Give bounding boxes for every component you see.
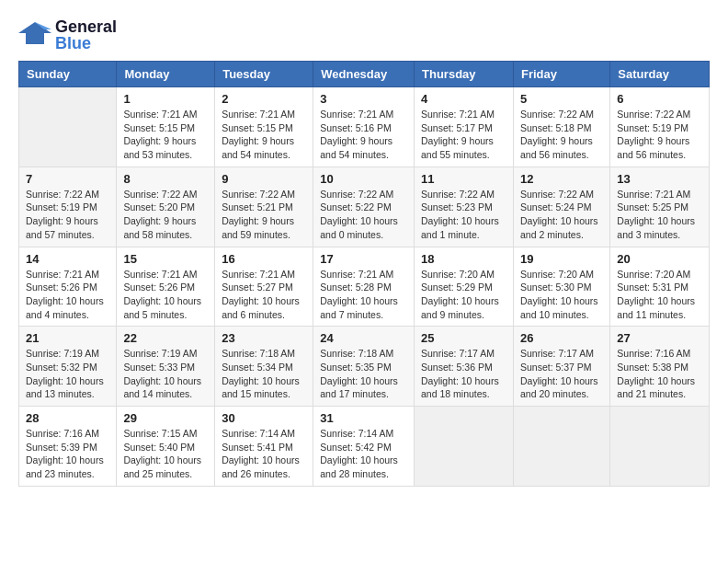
- day-number: 14: [26, 252, 109, 266]
- calendar-week-row: 14Sunrise: 7:21 AMSunset: 5:26 PMDayligh…: [19, 247, 710, 327]
- day-info: Sunrise: 7:22 AMSunset: 5:19 PMDaylight:…: [26, 188, 109, 242]
- day-number: 31: [320, 411, 407, 425]
- calendar-day-cell: 18Sunrise: 7:20 AMSunset: 5:29 PMDayligh…: [415, 247, 514, 327]
- calendar-day-cell: [415, 407, 514, 487]
- day-of-week-header: Thursday: [415, 62, 514, 87]
- calendar-day-cell: 3Sunrise: 7:21 AMSunset: 5:16 PMDaylight…: [313, 87, 415, 167]
- day-info: Sunrise: 7:22 AMSunset: 5:21 PMDaylight:…: [222, 188, 306, 242]
- calendar-week-row: 28Sunrise: 7:16 AMSunset: 5:39 PMDayligh…: [19, 407, 710, 487]
- day-info: Sunrise: 7:21 AMSunset: 5:17 PMDaylight:…: [421, 108, 506, 162]
- day-number: 7: [26, 172, 109, 186]
- calendar-week-row: 21Sunrise: 7:19 AMSunset: 5:32 PMDayligh…: [19, 327, 710, 407]
- day-number: 13: [617, 172, 702, 186]
- day-info: Sunrise: 7:21 AMSunset: 5:16 PMDaylight:…: [320, 108, 407, 162]
- day-number: 19: [520, 252, 603, 266]
- calendar-day-cell: 20Sunrise: 7:20 AMSunset: 5:31 PMDayligh…: [610, 247, 710, 327]
- calendar-day-cell: [513, 407, 609, 487]
- page-header: General Blue: [18, 18, 710, 52]
- logo: General Blue: [18, 18, 117, 52]
- calendar-day-cell: 5Sunrise: 7:22 AMSunset: 5:18 PMDaylight…: [513, 87, 609, 167]
- day-info: Sunrise: 7:16 AMSunset: 5:38 PMDaylight:…: [617, 347, 702, 401]
- day-info: Sunrise: 7:16 AMSunset: 5:39 PMDaylight:…: [26, 427, 109, 481]
- calendar-day-cell: 15Sunrise: 7:21 AMSunset: 5:26 PMDayligh…: [117, 247, 215, 327]
- calendar-day-cell: 31Sunrise: 7:14 AMSunset: 5:42 PMDayligh…: [313, 407, 415, 487]
- day-info: Sunrise: 7:21 AMSunset: 5:28 PMDaylight:…: [320, 268, 407, 322]
- day-info: Sunrise: 7:20 AMSunset: 5:29 PMDaylight:…: [421, 268, 506, 322]
- day-info: Sunrise: 7:20 AMSunset: 5:30 PMDaylight:…: [520, 268, 603, 322]
- calendar-day-cell: 4Sunrise: 7:21 AMSunset: 5:17 PMDaylight…: [415, 87, 514, 167]
- day-of-week-header: Sunday: [19, 62, 117, 87]
- day-number: 29: [123, 411, 208, 425]
- day-info: Sunrise: 7:17 AMSunset: 5:37 PMDaylight:…: [520, 347, 603, 401]
- svg-marker-0: [18, 22, 51, 44]
- calendar-day-cell: 13Sunrise: 7:21 AMSunset: 5:25 PMDayligh…: [610, 167, 710, 247]
- calendar-day-cell: 11Sunrise: 7:22 AMSunset: 5:23 PMDayligh…: [415, 167, 514, 247]
- day-number: 24: [320, 331, 407, 345]
- calendar-day-cell: 16Sunrise: 7:21 AMSunset: 5:27 PMDayligh…: [215, 247, 313, 327]
- logo-blue: Blue: [55, 35, 117, 52]
- day-number: 5: [520, 92, 603, 106]
- day-number: 4: [421, 92, 506, 106]
- day-number: 22: [123, 331, 208, 345]
- day-of-week-header: Wednesday: [313, 62, 415, 87]
- day-info: Sunrise: 7:21 AMSunset: 5:27 PMDaylight:…: [222, 268, 306, 322]
- day-number: 26: [520, 331, 603, 345]
- day-number: 9: [222, 172, 306, 186]
- calendar-day-cell: 17Sunrise: 7:21 AMSunset: 5:28 PMDayligh…: [313, 247, 415, 327]
- logo-general: General: [55, 18, 117, 35]
- calendar-day-cell: 22Sunrise: 7:19 AMSunset: 5:33 PMDayligh…: [117, 327, 215, 407]
- day-of-week-header: Friday: [513, 62, 609, 87]
- day-number: 1: [123, 92, 208, 106]
- calendar-day-cell: 23Sunrise: 7:18 AMSunset: 5:34 PMDayligh…: [215, 327, 313, 407]
- day-number: 18: [421, 252, 506, 266]
- day-of-week-header: Tuesday: [215, 62, 313, 87]
- day-number: 6: [617, 92, 702, 106]
- day-info: Sunrise: 7:21 AMSunset: 5:26 PMDaylight:…: [123, 268, 208, 322]
- calendar-week-row: 1Sunrise: 7:21 AMSunset: 5:15 PMDaylight…: [19, 87, 710, 167]
- day-info: Sunrise: 7:22 AMSunset: 5:23 PMDaylight:…: [421, 188, 506, 242]
- calendar-header-row: SundayMondayTuesdayWednesdayThursdayFrid…: [19, 62, 710, 87]
- day-number: 8: [123, 172, 208, 186]
- calendar-day-cell: 30Sunrise: 7:14 AMSunset: 5:41 PMDayligh…: [215, 407, 313, 487]
- calendar-day-cell: 24Sunrise: 7:18 AMSunset: 5:35 PMDayligh…: [313, 327, 415, 407]
- day-info: Sunrise: 7:22 AMSunset: 5:19 PMDaylight:…: [617, 108, 702, 162]
- day-number: 16: [222, 252, 306, 266]
- day-of-week-header: Monday: [117, 62, 215, 87]
- calendar-day-cell: 26Sunrise: 7:17 AMSunset: 5:37 PMDayligh…: [513, 327, 609, 407]
- calendar-day-cell: 1Sunrise: 7:21 AMSunset: 5:15 PMDaylight…: [117, 87, 215, 167]
- day-info: Sunrise: 7:15 AMSunset: 5:40 PMDaylight:…: [123, 427, 208, 481]
- day-number: 21: [26, 331, 109, 345]
- day-number: 23: [222, 331, 306, 345]
- day-info: Sunrise: 7:22 AMSunset: 5:20 PMDaylight:…: [123, 188, 208, 242]
- day-info: Sunrise: 7:14 AMSunset: 5:42 PMDaylight:…: [320, 427, 407, 481]
- day-info: Sunrise: 7:17 AMSunset: 5:36 PMDaylight:…: [421, 347, 506, 401]
- day-info: Sunrise: 7:21 AMSunset: 5:25 PMDaylight:…: [617, 188, 702, 242]
- day-number: 12: [520, 172, 603, 186]
- calendar-week-row: 7Sunrise: 7:22 AMSunset: 5:19 PMDaylight…: [19, 167, 710, 247]
- calendar-day-cell: 7Sunrise: 7:22 AMSunset: 5:19 PMDaylight…: [19, 167, 117, 247]
- calendar-day-cell: [19, 87, 117, 167]
- calendar-day-cell: 19Sunrise: 7:20 AMSunset: 5:30 PMDayligh…: [513, 247, 609, 327]
- logo-icon: [18, 20, 51, 50]
- day-info: Sunrise: 7:22 AMSunset: 5:22 PMDaylight:…: [320, 188, 407, 242]
- calendar-day-cell: 6Sunrise: 7:22 AMSunset: 5:19 PMDaylight…: [610, 87, 710, 167]
- day-number: 10: [320, 172, 407, 186]
- day-number: 2: [222, 92, 306, 106]
- day-info: Sunrise: 7:21 AMSunset: 5:15 PMDaylight:…: [222, 108, 306, 162]
- calendar-day-cell: 8Sunrise: 7:22 AMSunset: 5:20 PMDaylight…: [117, 167, 215, 247]
- day-number: 28: [26, 411, 109, 425]
- day-info: Sunrise: 7:21 AMSunset: 5:15 PMDaylight:…: [123, 108, 208, 162]
- calendar-day-cell: 10Sunrise: 7:22 AMSunset: 5:22 PMDayligh…: [313, 167, 415, 247]
- calendar-day-cell: 2Sunrise: 7:21 AMSunset: 5:15 PMDaylight…: [215, 87, 313, 167]
- day-info: Sunrise: 7:22 AMSunset: 5:18 PMDaylight:…: [520, 108, 603, 162]
- day-info: Sunrise: 7:19 AMSunset: 5:33 PMDaylight:…: [123, 347, 208, 401]
- day-of-week-header: Saturday: [610, 62, 710, 87]
- day-number: 17: [320, 252, 407, 266]
- day-info: Sunrise: 7:18 AMSunset: 5:34 PMDaylight:…: [222, 347, 306, 401]
- day-info: Sunrise: 7:22 AMSunset: 5:24 PMDaylight:…: [520, 188, 603, 242]
- day-info: Sunrise: 7:20 AMSunset: 5:31 PMDaylight:…: [617, 268, 702, 322]
- day-number: 11: [421, 172, 506, 186]
- calendar-day-cell: 12Sunrise: 7:22 AMSunset: 5:24 PMDayligh…: [513, 167, 609, 247]
- day-number: 25: [421, 331, 506, 345]
- day-info: Sunrise: 7:21 AMSunset: 5:26 PMDaylight:…: [26, 268, 109, 322]
